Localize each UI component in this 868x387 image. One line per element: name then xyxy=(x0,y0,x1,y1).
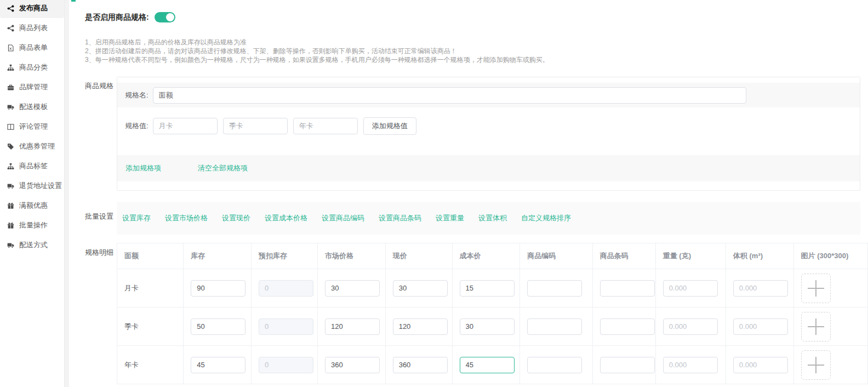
add-spec-item-link[interactable]: 添加规格项 xyxy=(125,163,161,173)
file-icon xyxy=(7,44,14,52)
spec-name-row: 规格名: xyxy=(117,83,860,107)
barcode-input[interactable] xyxy=(600,357,655,373)
volume-input[interactable] xyxy=(733,318,788,335)
sidebar-item-coupon-management[interactable]: 优惠券管理 xyxy=(0,136,64,156)
cost-price-input-focused[interactable] xyxy=(460,357,515,373)
sidebar-item-publish-product[interactable]: 发布商品 xyxy=(0,0,64,18)
spec-note-3: 3、每一种规格代表不同型号，例如颜色为一种规格，尺寸为一种规格，如果设置多规格，… xyxy=(85,55,549,64)
spec-enable-toggle[interactable] xyxy=(155,12,175,22)
header-current-price: 现价 xyxy=(385,243,452,269)
upload-image-button[interactable] xyxy=(801,312,831,342)
sidebar-item-product-list[interactable]: 商品列表 xyxy=(0,18,64,38)
header-stock: 库存 xyxy=(184,243,252,269)
sidebar-item-delivery-method[interactable]: 配送方式 xyxy=(0,235,64,255)
market-price-input[interactable] xyxy=(325,357,380,373)
batch-link-set-volume[interactable]: 设置体积 xyxy=(478,213,507,223)
main-content: 是否启用商品规格: 1、启用商品规格后，商品的价格及库存以商品规格为准 2、拼团… xyxy=(80,0,868,387)
stock-input[interactable] xyxy=(191,318,245,335)
sidebar-item-label: 商品列表 xyxy=(19,23,48,33)
weight-input[interactable] xyxy=(663,280,718,297)
sidebar-item-label: 商品标签 xyxy=(19,161,48,171)
sidebar-item-product-form[interactable]: 商品表单 xyxy=(0,38,64,58)
spec-row: 月卡 xyxy=(117,269,868,308)
sidebar-item-label: 配送方式 xyxy=(19,240,48,250)
cost-price-input[interactable] xyxy=(460,318,515,335)
add-spec-value-button[interactable]: 添加规格值 xyxy=(363,117,416,135)
sidebar-item-label: 商品分类 xyxy=(19,62,48,72)
clear-all-spec-items-link[interactable]: 清空全部规格项 xyxy=(198,163,248,173)
spec-row: 季卡 xyxy=(117,308,868,346)
product-code-input[interactable] xyxy=(527,318,582,335)
sidebar-item-brand-management[interactable]: 品牌管理 xyxy=(0,77,64,97)
active-tab-indicator xyxy=(71,0,76,2)
batch-link-set-stock[interactable]: 设置库存 xyxy=(122,213,151,223)
market-price-input[interactable] xyxy=(325,280,380,297)
spec-card: 规格名: 规格值: 添加规格值 添加规格项 清空全部规格项 xyxy=(117,77,860,191)
header-product-code: 商品编码 xyxy=(520,243,593,269)
sidebar: 发布商品 商品列表 商品表单 商品分类 品牌管理 配送模板 xyxy=(0,0,65,387)
weight-input[interactable] xyxy=(663,318,718,335)
share-nodes-icon xyxy=(7,25,14,32)
batch-link-set-weight[interactable]: 设置重量 xyxy=(436,213,464,223)
header-weight: 重量 (克) xyxy=(655,243,726,269)
weight-input[interactable] xyxy=(663,357,718,373)
columns-icon xyxy=(7,123,14,130)
spec-value-input-2[interactable] xyxy=(223,118,288,134)
batch-link-set-barcode[interactable]: 设置商品条码 xyxy=(379,213,421,223)
sidebar-item-label: 发布商品 xyxy=(19,3,48,13)
sidebar-item-return-address-settings[interactable]: 退货地址设置 xyxy=(0,176,64,196)
spec-value-input-1[interactable] xyxy=(153,118,218,134)
reserved-stock-input xyxy=(259,318,313,335)
batch-link-custom-spec-sort[interactable]: 自定义规格排序 xyxy=(521,213,571,223)
market-price-input[interactable] xyxy=(325,318,380,335)
sidebar-item-label: 满额优惠 xyxy=(19,201,48,210)
stock-input[interactable] xyxy=(191,357,245,373)
spec-toggle-row: 是否启用商品规格: xyxy=(85,12,175,22)
sidebar-item-full-amount-discount[interactable]: 满额优惠 xyxy=(0,196,64,215)
truck-icon xyxy=(7,242,14,249)
volume-input[interactable] xyxy=(733,357,788,373)
sidebar-item-delivery-template[interactable]: 配送模板 xyxy=(0,97,64,117)
tags-icon xyxy=(7,143,14,150)
spec-value-label: 规格值: xyxy=(125,121,149,131)
batch-link-set-market-price[interactable]: 设置市场价格 xyxy=(165,213,208,223)
sidebar-item-label: 退货地址设置 xyxy=(19,181,62,191)
batch-link-set-product-code[interactable]: 设置商品编码 xyxy=(322,213,364,223)
spec-note-2: 2、拼团活动创建后的商品，请勿对该商品进行修改规格、下架、删除等操作，否则影响下… xyxy=(85,47,549,55)
detail-section-label: 规格明细 xyxy=(85,248,113,258)
spec-value-input-3[interactable] xyxy=(293,118,358,134)
sidebar-item-label: 批量操作 xyxy=(19,220,48,230)
batch-link-set-cost-price[interactable]: 设置成本价格 xyxy=(265,213,307,223)
current-price-input[interactable] xyxy=(393,357,448,373)
header-market-price: 市场价格 xyxy=(317,243,385,269)
spec-name-input[interactable] xyxy=(153,87,746,104)
gift-icon xyxy=(7,222,14,229)
spec-links-row: 添加规格项 清空全部规格项 xyxy=(117,155,860,181)
barcode-input[interactable] xyxy=(600,318,655,335)
volume-input[interactable] xyxy=(733,280,788,297)
batch-link-set-current-price[interactable]: 设置现价 xyxy=(222,213,250,223)
product-code-input[interactable] xyxy=(527,357,582,373)
product-spec-page: 发布商品 商品列表 商品表单 商品分类 品牌管理 配送模板 xyxy=(0,0,868,387)
barcode-input[interactable] xyxy=(600,280,655,297)
table-header-row: 面额 库存 预扣库存 市场价格 现价 成本价 商品编码 商品条码 重量 (克) … xyxy=(117,243,868,269)
upload-image-button[interactable] xyxy=(801,350,831,380)
upload-image-button[interactable] xyxy=(801,274,831,303)
batch-links-strip: 设置库存 设置市场价格 设置现价 设置成本价格 设置商品编码 设置商品条码 设置… xyxy=(117,202,860,235)
current-price-input[interactable] xyxy=(393,318,448,335)
sidebar-item-batch-operations[interactable]: 批量操作 xyxy=(0,215,64,235)
sidebar-item-review-management[interactable]: 评论管理 xyxy=(0,117,64,136)
cost-price-input[interactable] xyxy=(460,280,515,297)
stock-input[interactable] xyxy=(191,280,245,297)
spec-section-label: 商品规格 xyxy=(85,81,113,91)
sidebar-item-label: 商品表单 xyxy=(19,43,48,53)
current-price-input[interactable] xyxy=(393,280,448,297)
gift-icon xyxy=(7,202,14,209)
sidebar-item-label: 配送模板 xyxy=(19,102,48,112)
truck-icon xyxy=(7,104,14,111)
sidebar-item-product-tags[interactable]: 商品标签 xyxy=(0,156,64,176)
sidebar-item-product-category[interactable]: 商品分类 xyxy=(0,58,64,77)
spec-note-1: 1、启用商品规格后，商品的价格及库存以商品规格为准 xyxy=(85,38,549,47)
product-code-input[interactable] xyxy=(527,280,582,297)
sidebar-item-label: 品牌管理 xyxy=(19,82,48,92)
